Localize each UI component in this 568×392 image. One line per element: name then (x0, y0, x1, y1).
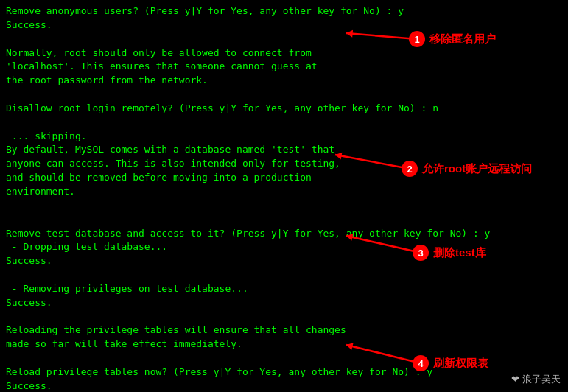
annotation-1: 1移除匿名用户 (409, 31, 496, 47)
annotation-circle-1: 1 (409, 31, 425, 47)
annotation-circle-4: 4 (413, 355, 429, 371)
annotation-3: 3删除test库 (413, 245, 486, 261)
svg-marker-7 (346, 343, 354, 350)
annotation-circle-2: 2 (402, 161, 418, 177)
svg-marker-3 (335, 153, 342, 160)
annotation-label-1: 移除匿名用户 (429, 32, 496, 46)
svg-line-0 (346, 33, 417, 39)
svg-marker-5 (346, 234, 354, 241)
annotation-label-2: 允许root账户远程访问 (422, 162, 532, 176)
annotation-4: 4刷新权限表 (413, 355, 488, 371)
terminal-output: Remove anonymous users? (Press y|Y for Y… (6, 4, 562, 392)
svg-line-4 (346, 236, 421, 253)
annotation-label-3: 删除test库 (433, 246, 486, 260)
annotation-circle-3: 3 (413, 245, 429, 261)
svg-line-2 (335, 155, 410, 169)
svg-line-6 (346, 345, 421, 363)
svg-marker-1 (346, 30, 353, 38)
annotation-label-4: 刷新权限表 (433, 357, 488, 371)
terminal-window: Remove anonymous users? (Press y|Y for Y… (0, 0, 568, 392)
annotation-2: 2允许root账户远程访问 (402, 161, 532, 177)
watermark: ❤ 浪子吴天 (511, 373, 561, 386)
